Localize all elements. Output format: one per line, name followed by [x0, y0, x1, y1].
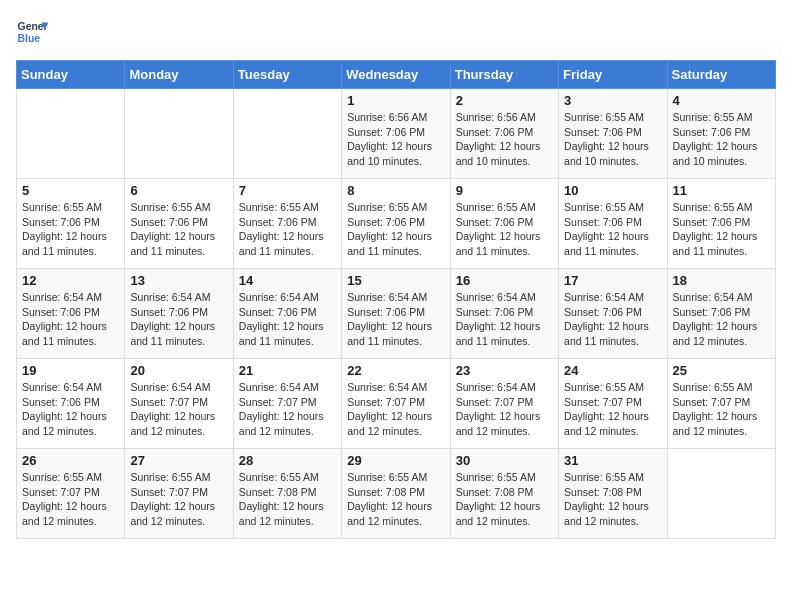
calendar-cell: 22Sunrise: 6:54 AM Sunset: 7:07 PM Dayli…: [342, 359, 450, 449]
calendar-week-3: 19Sunrise: 6:54 AM Sunset: 7:06 PM Dayli…: [17, 359, 776, 449]
page-header: General Blue: [16, 16, 776, 48]
day-detail: Sunrise: 6:54 AM Sunset: 7:07 PM Dayligh…: [130, 380, 227, 439]
calendar-cell: 1Sunrise: 6:56 AM Sunset: 7:06 PM Daylig…: [342, 89, 450, 179]
day-detail: Sunrise: 6:55 AM Sunset: 7:07 PM Dayligh…: [22, 470, 119, 529]
day-detail: Sunrise: 6:55 AM Sunset: 7:06 PM Dayligh…: [673, 110, 770, 169]
day-detail: Sunrise: 6:55 AM Sunset: 7:08 PM Dayligh…: [239, 470, 336, 529]
calendar-cell: 20Sunrise: 6:54 AM Sunset: 7:07 PM Dayli…: [125, 359, 233, 449]
day-number: 22: [347, 363, 444, 378]
day-number: 17: [564, 273, 661, 288]
day-number: 25: [673, 363, 770, 378]
day-number: 7: [239, 183, 336, 198]
day-number: 1: [347, 93, 444, 108]
calendar-cell: [233, 89, 341, 179]
header-sunday: Sunday: [17, 61, 125, 89]
day-number: 4: [673, 93, 770, 108]
day-detail: Sunrise: 6:54 AM Sunset: 7:06 PM Dayligh…: [22, 380, 119, 439]
calendar-cell: 30Sunrise: 6:55 AM Sunset: 7:08 PM Dayli…: [450, 449, 558, 539]
day-number: 29: [347, 453, 444, 468]
day-number: 2: [456, 93, 553, 108]
calendar-cell: 12Sunrise: 6:54 AM Sunset: 7:06 PM Dayli…: [17, 269, 125, 359]
day-number: 23: [456, 363, 553, 378]
day-number: 14: [239, 273, 336, 288]
day-detail: Sunrise: 6:54 AM Sunset: 7:06 PM Dayligh…: [673, 290, 770, 349]
day-detail: Sunrise: 6:54 AM Sunset: 7:06 PM Dayligh…: [564, 290, 661, 349]
calendar-week-1: 5Sunrise: 6:55 AM Sunset: 7:06 PM Daylig…: [17, 179, 776, 269]
day-number: 15: [347, 273, 444, 288]
day-detail: Sunrise: 6:55 AM Sunset: 7:06 PM Dayligh…: [564, 200, 661, 259]
logo[interactable]: General Blue: [16, 16, 48, 48]
calendar-cell: 23Sunrise: 6:54 AM Sunset: 7:07 PM Dayli…: [450, 359, 558, 449]
day-detail: Sunrise: 6:55 AM Sunset: 7:07 PM Dayligh…: [130, 470, 227, 529]
day-number: 12: [22, 273, 119, 288]
calendar-cell: 10Sunrise: 6:55 AM Sunset: 7:06 PM Dayli…: [559, 179, 667, 269]
day-number: 13: [130, 273, 227, 288]
calendar-cell: 6Sunrise: 6:55 AM Sunset: 7:06 PM Daylig…: [125, 179, 233, 269]
calendar-week-0: 1Sunrise: 6:56 AM Sunset: 7:06 PM Daylig…: [17, 89, 776, 179]
day-detail: Sunrise: 6:55 AM Sunset: 7:06 PM Dayligh…: [239, 200, 336, 259]
day-number: 10: [564, 183, 661, 198]
header-friday: Friday: [559, 61, 667, 89]
calendar-cell: 17Sunrise: 6:54 AM Sunset: 7:06 PM Dayli…: [559, 269, 667, 359]
calendar-cell: 3Sunrise: 6:55 AM Sunset: 7:06 PM Daylig…: [559, 89, 667, 179]
calendar-cell: 18Sunrise: 6:54 AM Sunset: 7:06 PM Dayli…: [667, 269, 775, 359]
calendar-week-2: 12Sunrise: 6:54 AM Sunset: 7:06 PM Dayli…: [17, 269, 776, 359]
day-detail: Sunrise: 6:54 AM Sunset: 7:07 PM Dayligh…: [347, 380, 444, 439]
day-detail: Sunrise: 6:55 AM Sunset: 7:08 PM Dayligh…: [564, 470, 661, 529]
header-thursday: Thursday: [450, 61, 558, 89]
calendar-cell: [125, 89, 233, 179]
calendar-cell: 7Sunrise: 6:55 AM Sunset: 7:06 PM Daylig…: [233, 179, 341, 269]
calendar-cell: 13Sunrise: 6:54 AM Sunset: 7:06 PM Dayli…: [125, 269, 233, 359]
header-tuesday: Tuesday: [233, 61, 341, 89]
calendar-cell: [667, 449, 775, 539]
header-saturday: Saturday: [667, 61, 775, 89]
day-detail: Sunrise: 6:55 AM Sunset: 7:06 PM Dayligh…: [22, 200, 119, 259]
day-number: 27: [130, 453, 227, 468]
day-detail: Sunrise: 6:54 AM Sunset: 7:06 PM Dayligh…: [239, 290, 336, 349]
day-number: 5: [22, 183, 119, 198]
calendar-cell: 25Sunrise: 6:55 AM Sunset: 7:07 PM Dayli…: [667, 359, 775, 449]
day-detail: Sunrise: 6:55 AM Sunset: 7:06 PM Dayligh…: [456, 200, 553, 259]
day-detail: Sunrise: 6:55 AM Sunset: 7:07 PM Dayligh…: [673, 380, 770, 439]
day-detail: Sunrise: 6:55 AM Sunset: 7:07 PM Dayligh…: [564, 380, 661, 439]
calendar-cell: 2Sunrise: 6:56 AM Sunset: 7:06 PM Daylig…: [450, 89, 558, 179]
day-number: 9: [456, 183, 553, 198]
calendar-cell: 4Sunrise: 6:55 AM Sunset: 7:06 PM Daylig…: [667, 89, 775, 179]
day-number: 3: [564, 93, 661, 108]
day-number: 30: [456, 453, 553, 468]
calendar-cell: 27Sunrise: 6:55 AM Sunset: 7:07 PM Dayli…: [125, 449, 233, 539]
day-number: 20: [130, 363, 227, 378]
calendar-cell: 28Sunrise: 6:55 AM Sunset: 7:08 PM Dayli…: [233, 449, 341, 539]
day-detail: Sunrise: 6:55 AM Sunset: 7:08 PM Dayligh…: [456, 470, 553, 529]
day-number: 19: [22, 363, 119, 378]
day-number: 11: [673, 183, 770, 198]
day-detail: Sunrise: 6:55 AM Sunset: 7:08 PM Dayligh…: [347, 470, 444, 529]
calendar-cell: 15Sunrise: 6:54 AM Sunset: 7:06 PM Dayli…: [342, 269, 450, 359]
calendar-table: SundayMondayTuesdayWednesdayThursdayFrid…: [16, 60, 776, 539]
day-detail: Sunrise: 6:56 AM Sunset: 7:06 PM Dayligh…: [347, 110, 444, 169]
day-number: 31: [564, 453, 661, 468]
calendar-cell: 8Sunrise: 6:55 AM Sunset: 7:06 PM Daylig…: [342, 179, 450, 269]
day-number: 18: [673, 273, 770, 288]
calendar-cell: 11Sunrise: 6:55 AM Sunset: 7:06 PM Dayli…: [667, 179, 775, 269]
calendar-cell: 24Sunrise: 6:55 AM Sunset: 7:07 PM Dayli…: [559, 359, 667, 449]
day-number: 21: [239, 363, 336, 378]
day-number: 8: [347, 183, 444, 198]
day-number: 6: [130, 183, 227, 198]
day-detail: Sunrise: 6:55 AM Sunset: 7:06 PM Dayligh…: [347, 200, 444, 259]
calendar-cell: 26Sunrise: 6:55 AM Sunset: 7:07 PM Dayli…: [17, 449, 125, 539]
svg-text:Blue: Blue: [18, 33, 41, 44]
day-detail: Sunrise: 6:54 AM Sunset: 7:06 PM Dayligh…: [347, 290, 444, 349]
day-number: 26: [22, 453, 119, 468]
header-monday: Monday: [125, 61, 233, 89]
day-number: 28: [239, 453, 336, 468]
day-detail: Sunrise: 6:54 AM Sunset: 7:06 PM Dayligh…: [456, 290, 553, 349]
day-detail: Sunrise: 6:54 AM Sunset: 7:07 PM Dayligh…: [456, 380, 553, 439]
calendar-header-row: SundayMondayTuesdayWednesdayThursdayFrid…: [17, 61, 776, 89]
calendar-cell: 9Sunrise: 6:55 AM Sunset: 7:06 PM Daylig…: [450, 179, 558, 269]
day-detail: Sunrise: 6:54 AM Sunset: 7:06 PM Dayligh…: [22, 290, 119, 349]
day-detail: Sunrise: 6:55 AM Sunset: 7:06 PM Dayligh…: [564, 110, 661, 169]
day-number: 24: [564, 363, 661, 378]
calendar-cell: 31Sunrise: 6:55 AM Sunset: 7:08 PM Dayli…: [559, 449, 667, 539]
day-detail: Sunrise: 6:55 AM Sunset: 7:06 PM Dayligh…: [673, 200, 770, 259]
